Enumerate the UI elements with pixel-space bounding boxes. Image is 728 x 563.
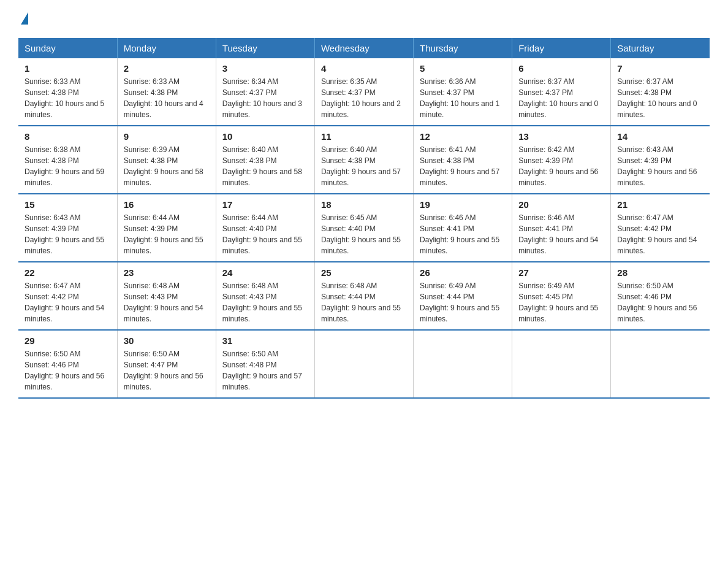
calendar-day-cell: 9 Sunrise: 6:39 AM Sunset: 4:38 PM Dayli… (117, 126, 216, 194)
calendar-day-cell: 4 Sunrise: 6:35 AM Sunset: 4:37 PM Dayli… (314, 58, 413, 126)
calendar-week-row: 1 Sunrise: 6:33 AM Sunset: 4:38 PM Dayli… (18, 58, 710, 126)
day-info: Sunrise: 6:37 AM Sunset: 4:38 PM Dayligh… (617, 76, 703, 120)
calendar-day-cell: 30 Sunrise: 6:50 AM Sunset: 4:47 PM Dayl… (117, 330, 216, 398)
day-number: 5 (420, 63, 506, 74)
day-info: Sunrise: 6:39 AM Sunset: 4:38 PM Dayligh… (124, 144, 210, 188)
calendar-day-cell: 22 Sunrise: 6:47 AM Sunset: 4:42 PM Dayl… (18, 262, 117, 330)
day-number: 18 (321, 199, 407, 210)
calendar-day-cell: 24 Sunrise: 6:48 AM Sunset: 4:43 PM Dayl… (216, 262, 314, 330)
calendar-day-cell: 7 Sunrise: 6:37 AM Sunset: 4:38 PM Dayli… (611, 58, 710, 126)
day-number: 4 (321, 63, 407, 74)
day-info: Sunrise: 6:50 AM Sunset: 4:48 PM Dayligh… (222, 348, 308, 393)
day-info: Sunrise: 6:41 AM Sunset: 4:38 PM Dayligh… (420, 144, 506, 188)
day-number: 13 (518, 131, 604, 142)
calendar-day-cell: 2 Sunrise: 6:33 AM Sunset: 4:38 PM Dayli… (117, 58, 216, 126)
day-header-row: SundayMondayTuesdayWednesdayThursdayFrid… (18, 38, 710, 58)
day-number: 30 (124, 335, 210, 346)
calendar-day-cell: 5 Sunrise: 6:36 AM Sunset: 4:37 PM Dayli… (414, 58, 512, 126)
day-number: 16 (124, 199, 210, 210)
calendar-day-cell: 17 Sunrise: 6:44 AM Sunset: 4:40 PM Dayl… (216, 194, 314, 262)
day-number: 17 (222, 199, 308, 210)
calendar-day-cell: 26 Sunrise: 6:49 AM Sunset: 4:44 PM Dayl… (414, 262, 512, 330)
day-number: 20 (518, 199, 604, 210)
calendar-day-cell (512, 330, 611, 398)
day-number: 29 (25, 335, 111, 346)
calendar-day-cell: 21 Sunrise: 6:47 AM Sunset: 4:42 PM Dayl… (611, 194, 710, 262)
day-info: Sunrise: 6:44 AM Sunset: 4:40 PM Dayligh… (222, 212, 308, 256)
day-info: Sunrise: 6:48 AM Sunset: 4:44 PM Dayligh… (321, 280, 407, 324)
day-number: 14 (617, 131, 703, 142)
day-info: Sunrise: 6:49 AM Sunset: 4:45 PM Dayligh… (518, 280, 604, 324)
calendar-day-cell (414, 330, 512, 398)
calendar-day-cell: 3 Sunrise: 6:34 AM Sunset: 4:37 PM Dayli… (216, 58, 314, 126)
day-number: 3 (222, 63, 308, 74)
logo (18, 12, 28, 26)
day-info: Sunrise: 6:50 AM Sunset: 4:46 PM Dayligh… (25, 348, 111, 393)
calendar-day-cell: 27 Sunrise: 6:49 AM Sunset: 4:45 PM Dayl… (512, 262, 611, 330)
day-info: Sunrise: 6:43 AM Sunset: 4:39 PM Dayligh… (617, 144, 703, 188)
day-number: 31 (222, 335, 308, 346)
day-number: 7 (617, 63, 703, 74)
day-of-week-header: Wednesday (314, 38, 413, 58)
day-of-week-header: Friday (512, 38, 611, 58)
calendar-day-cell: 8 Sunrise: 6:38 AM Sunset: 4:38 PM Dayli… (18, 126, 117, 194)
day-of-week-header: Tuesday (216, 38, 314, 58)
calendar-day-cell: 14 Sunrise: 6:43 AM Sunset: 4:39 PM Dayl… (611, 126, 710, 194)
day-info: Sunrise: 6:36 AM Sunset: 4:37 PM Dayligh… (420, 76, 506, 120)
calendar-day-cell: 20 Sunrise: 6:46 AM Sunset: 4:41 PM Dayl… (512, 194, 611, 262)
day-number: 10 (222, 131, 308, 142)
calendar-day-cell: 15 Sunrise: 6:43 AM Sunset: 4:39 PM Dayl… (18, 194, 117, 262)
day-number: 19 (420, 199, 506, 210)
day-info: Sunrise: 6:38 AM Sunset: 4:38 PM Dayligh… (25, 144, 111, 188)
day-info: Sunrise: 6:43 AM Sunset: 4:39 PM Dayligh… (25, 212, 111, 256)
logo-triangle-icon (21, 12, 28, 25)
calendar-day-cell: 18 Sunrise: 6:45 AM Sunset: 4:40 PM Dayl… (314, 194, 413, 262)
calendar-day-cell: 28 Sunrise: 6:50 AM Sunset: 4:46 PM Dayl… (611, 262, 710, 330)
day-number: 23 (124, 267, 210, 278)
calendar-day-cell: 25 Sunrise: 6:48 AM Sunset: 4:44 PM Dayl… (314, 262, 413, 330)
day-info: Sunrise: 6:46 AM Sunset: 4:41 PM Dayligh… (518, 212, 604, 256)
day-number: 6 (518, 63, 604, 74)
day-info: Sunrise: 6:44 AM Sunset: 4:39 PM Dayligh… (124, 212, 210, 256)
day-info: Sunrise: 6:40 AM Sunset: 4:38 PM Dayligh… (222, 144, 308, 188)
page-header (18, 12, 710, 26)
day-of-week-header: Thursday (414, 38, 512, 58)
day-of-week-header: Sunday (18, 38, 117, 58)
day-number: 2 (124, 63, 210, 74)
day-number: 8 (25, 131, 111, 142)
day-number: 27 (518, 267, 604, 278)
day-number: 26 (420, 267, 506, 278)
calendar-week-row: 22 Sunrise: 6:47 AM Sunset: 4:42 PM Dayl… (18, 262, 710, 330)
calendar-day-cell: 16 Sunrise: 6:44 AM Sunset: 4:39 PM Dayl… (117, 194, 216, 262)
calendar-week-row: 8 Sunrise: 6:38 AM Sunset: 4:38 PM Dayli… (18, 126, 710, 194)
day-info: Sunrise: 6:47 AM Sunset: 4:42 PM Dayligh… (25, 280, 111, 324)
day-number: 25 (321, 267, 407, 278)
day-info: Sunrise: 6:50 AM Sunset: 4:47 PM Dayligh… (124, 348, 210, 393)
day-of-week-header: Monday (117, 38, 216, 58)
day-number: 28 (617, 267, 703, 278)
calendar-day-cell (314, 330, 413, 398)
calendar-day-cell: 11 Sunrise: 6:40 AM Sunset: 4:38 PM Dayl… (314, 126, 413, 194)
calendar-day-cell: 29 Sunrise: 6:50 AM Sunset: 4:46 PM Dayl… (18, 330, 117, 398)
day-info: Sunrise: 6:47 AM Sunset: 4:42 PM Dayligh… (617, 212, 703, 256)
day-info: Sunrise: 6:33 AM Sunset: 4:38 PM Dayligh… (124, 76, 210, 120)
calendar-day-cell: 31 Sunrise: 6:50 AM Sunset: 4:48 PM Dayl… (216, 330, 314, 398)
day-number: 21 (617, 199, 703, 210)
day-info: Sunrise: 6:33 AM Sunset: 4:38 PM Dayligh… (25, 76, 111, 120)
day-number: 12 (420, 131, 506, 142)
day-info: Sunrise: 6:49 AM Sunset: 4:44 PM Dayligh… (420, 280, 506, 324)
calendar-table: SundayMondayTuesdayWednesdayThursdayFrid… (18, 38, 710, 399)
day-info: Sunrise: 6:37 AM Sunset: 4:37 PM Dayligh… (518, 76, 604, 120)
calendar-day-cell: 12 Sunrise: 6:41 AM Sunset: 4:38 PM Dayl… (414, 126, 512, 194)
day-info: Sunrise: 6:45 AM Sunset: 4:40 PM Dayligh… (321, 212, 407, 256)
calendar-day-cell (611, 330, 710, 398)
day-number: 15 (25, 199, 111, 210)
day-info: Sunrise: 6:34 AM Sunset: 4:37 PM Dayligh… (222, 76, 308, 120)
day-number: 11 (321, 131, 407, 142)
day-info: Sunrise: 6:48 AM Sunset: 4:43 PM Dayligh… (222, 280, 308, 324)
day-info: Sunrise: 6:40 AM Sunset: 4:38 PM Dayligh… (321, 144, 407, 188)
day-of-week-header: Saturday (611, 38, 710, 58)
calendar-week-row: 15 Sunrise: 6:43 AM Sunset: 4:39 PM Dayl… (18, 194, 710, 262)
day-number: 24 (222, 267, 308, 278)
calendar-day-cell: 13 Sunrise: 6:42 AM Sunset: 4:39 PM Dayl… (512, 126, 611, 194)
